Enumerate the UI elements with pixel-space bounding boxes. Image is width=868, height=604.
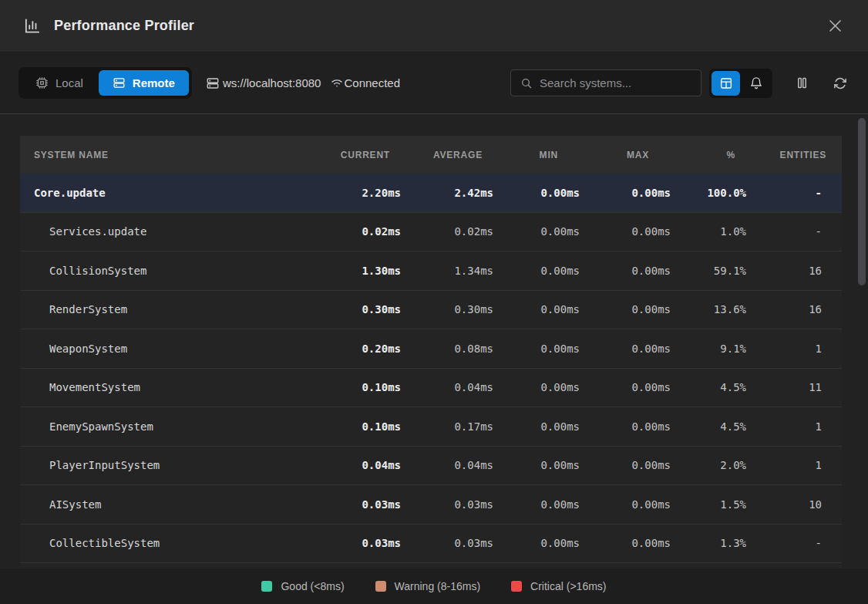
connection-info: ws://localhost:8080 bbox=[206, 76, 321, 90]
table-row[interactable]: MovementSystem0.10ms0.04ms0.00ms0.00ms4.… bbox=[20, 369, 842, 408]
table-view-icon bbox=[719, 76, 733, 90]
toolbar: Local Remote bbox=[0, 52, 868, 113]
system-name-cell: Core.update bbox=[20, 187, 319, 199]
refresh-icon bbox=[833, 76, 847, 90]
table-row[interactable]: AISystem0.03ms0.03ms0.00ms0.00ms1.5%10 bbox=[20, 485, 842, 525]
percent-cell: 59.1% bbox=[675, 265, 751, 277]
profiler-content: SYSTEM NAME CURRENT AVERAGE MIN MAX % EN… bbox=[0, 113, 868, 569]
legend-swatch bbox=[511, 581, 522, 592]
table-row[interactable]: RenderSystem0.30ms0.30ms0.00ms0.00ms13.6… bbox=[20, 291, 842, 330]
close-button[interactable] bbox=[822, 13, 848, 39]
percent-cell: 100.0% bbox=[675, 187, 751, 199]
connection-status-label: Connected bbox=[344, 76, 400, 89]
table-row[interactable]: Core.update2.20ms2.42ms0.00ms0.00ms100.0… bbox=[20, 174, 842, 213]
table-row[interactable]: CollectibleSystem0.03ms0.03ms0.00ms0.00m… bbox=[20, 525, 842, 564]
percent-cell: 2.0% bbox=[675, 459, 751, 471]
alerts-view-button[interactable] bbox=[742, 71, 770, 96]
entities-cell: 16 bbox=[751, 265, 842, 277]
websocket-url: ws://localhost:8080 bbox=[223, 76, 321, 89]
column-header-max[interactable]: MAX bbox=[584, 150, 675, 160]
current-cell: 1.30ms bbox=[319, 265, 405, 277]
column-header-system-name[interactable]: SYSTEM NAME bbox=[20, 150, 319, 160]
current-cell: 0.03ms bbox=[319, 537, 405, 549]
average-cell: 0.17ms bbox=[405, 420, 498, 433]
column-header-current[interactable]: CURRENT bbox=[319, 150, 405, 160]
bell-icon bbox=[749, 76, 763, 90]
average-cell: 0.04ms bbox=[405, 381, 498, 393]
local-mode-button[interactable]: Local bbox=[22, 70, 97, 96]
table-row-partial bbox=[20, 563, 842, 569]
legend-label: Critical (>16ms) bbox=[530, 580, 606, 592]
entities-cell: - bbox=[751, 225, 842, 238]
max-cell: 0.00ms bbox=[584, 381, 675, 393]
column-header-min[interactable]: MIN bbox=[498, 150, 584, 160]
system-name-cell: WeaponSystem bbox=[20, 342, 319, 355]
percent-cell: 1.0% bbox=[675, 225, 751, 238]
local-mode-label: Local bbox=[56, 76, 83, 89]
max-cell: 0.00ms bbox=[584, 459, 675, 471]
page-title: Performance Profiler bbox=[54, 18, 822, 34]
current-cell: 0.30ms bbox=[319, 303, 405, 315]
search-input[interactable] bbox=[540, 76, 693, 89]
average-cell: 1.34ms bbox=[405, 265, 498, 277]
system-name-cell: EnemySpawnSystem bbox=[20, 420, 319, 433]
entities-cell: 1 bbox=[751, 459, 842, 471]
current-cell: 0.04ms bbox=[319, 459, 405, 471]
current-cell: 0.02ms bbox=[319, 225, 405, 238]
percent-cell: 1.5% bbox=[675, 498, 751, 511]
column-header-average[interactable]: AVERAGE bbox=[405, 150, 498, 160]
titlebar: Performance Profiler bbox=[0, 0, 868, 52]
refresh-button[interactable] bbox=[831, 74, 849, 93]
current-cell: 0.20ms bbox=[319, 342, 405, 355]
server-icon bbox=[206, 76, 220, 90]
legend-swatch bbox=[375, 581, 386, 592]
average-cell: 0.30ms bbox=[405, 303, 498, 315]
scrollbar[interactable] bbox=[858, 116, 866, 567]
min-cell: 0.00ms bbox=[498, 342, 584, 355]
min-cell: 0.00ms bbox=[498, 225, 584, 238]
remote-mode-button[interactable]: Remote bbox=[99, 70, 189, 96]
percent-cell: 9.1% bbox=[675, 342, 751, 355]
max-cell: 0.00ms bbox=[584, 537, 675, 549]
pause-icon bbox=[795, 76, 809, 90]
legend-item: Warning (8-16ms) bbox=[375, 580, 481, 592]
average-cell: 0.02ms bbox=[405, 225, 498, 238]
table-row[interactable]: PlayerInputSystem0.04ms0.04ms0.00ms0.00m… bbox=[20, 447, 842, 486]
min-cell: 0.00ms bbox=[498, 303, 584, 315]
current-cell: 0.10ms bbox=[319, 420, 405, 433]
entities-cell: 11 bbox=[751, 381, 842, 393]
min-cell: 0.00ms bbox=[498, 459, 584, 471]
view-toggle bbox=[709, 69, 772, 98]
entities-cell: 10 bbox=[751, 498, 842, 511]
wifi-icon bbox=[330, 76, 344, 90]
average-cell: 2.42ms bbox=[405, 187, 498, 199]
system-name-cell: PlayerInputSystem bbox=[20, 459, 319, 471]
table-row[interactable]: WeaponSystem0.20ms0.08ms0.00ms0.00ms9.1%… bbox=[20, 329, 842, 369]
close-icon bbox=[828, 19, 843, 33]
legend: Good (<8ms)Warning (8-16ms)Critical (>16… bbox=[261, 580, 606, 592]
table-header-row: SYSTEM NAME CURRENT AVERAGE MIN MAX % EN… bbox=[20, 136, 842, 174]
max-cell: 0.00ms bbox=[584, 420, 675, 433]
max-cell: 0.00ms bbox=[584, 187, 675, 199]
max-cell: 0.00ms bbox=[584, 303, 675, 315]
pause-button[interactable] bbox=[792, 74, 811, 93]
column-header-entities[interactable]: ENTITIES bbox=[751, 150, 842, 160]
current-cell: 0.03ms bbox=[319, 498, 405, 511]
system-name-cell: AISystem bbox=[20, 498, 319, 511]
entities-cell: 16 bbox=[751, 303, 842, 315]
table-row[interactable]: CollisionSystem1.30ms1.34ms0.00ms0.00ms5… bbox=[20, 251, 842, 291]
entities-cell: 1 bbox=[751, 420, 842, 433]
search-box bbox=[510, 69, 701, 96]
table-row[interactable]: EnemySpawnSystem0.10ms0.17ms0.00ms0.00ms… bbox=[20, 407, 842, 447]
connection-status: Connected bbox=[330, 76, 400, 90]
min-cell: 0.00ms bbox=[498, 498, 584, 511]
average-cell: 0.08ms bbox=[405, 342, 498, 355]
average-cell: 0.04ms bbox=[405, 459, 498, 471]
scrollbar-thumb[interactable] bbox=[858, 118, 866, 285]
column-header-percent[interactable]: % bbox=[675, 150, 751, 160]
table-row[interactable]: Services.update0.02ms0.02ms0.00ms0.00ms1… bbox=[20, 213, 842, 252]
table-view-button[interactable] bbox=[712, 71, 740, 96]
legend-label: Warning (8-16ms) bbox=[395, 580, 481, 592]
min-cell: 0.00ms bbox=[498, 537, 584, 549]
cpu-icon bbox=[35, 76, 49, 89]
